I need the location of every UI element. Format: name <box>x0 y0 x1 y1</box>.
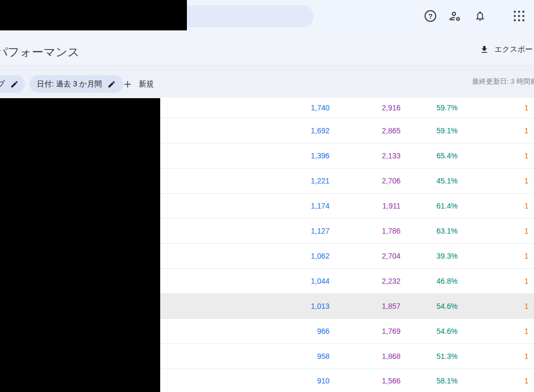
cell-ctr: 59.7% <box>436 103 458 112</box>
cell-clicks: 1,062 <box>311 252 329 260</box>
cell-position: 1 <box>524 227 529 235</box>
export-label: エクスポート <box>494 45 534 54</box>
page-header: パフォーマンス エクスポート <box>0 30 534 66</box>
cell-ctr: 51.3% <box>436 352 458 361</box>
cell-clicks: 966 <box>317 327 329 335</box>
cell-position: 1 <box>524 277 529 285</box>
cell-clicks: 958 <box>317 352 329 361</box>
cell-ctr: 63.1% <box>436 227 458 235</box>
cell-ctr: 54.6% <box>436 302 458 310</box>
cell-position: 1 <box>524 202 529 210</box>
redacted-area-query-column <box>0 98 160 392</box>
help-icon[interactable]: ? <box>424 10 437 22</box>
help-question-glyph: ? <box>425 10 436 22</box>
cell-impressions: 2,704 <box>382 252 400 260</box>
cell-impressions: 1,868 <box>382 352 400 361</box>
cell-ctr: 65.4% <box>436 151 458 160</box>
cell-impressions: 2,706 <box>382 177 400 185</box>
notifications-bell-icon[interactable] <box>474 10 486 22</box>
cell-ctr: 39.3% <box>436 252 458 260</box>
cell-impressions: 2,232 <box>382 277 400 285</box>
cell-position: 1 <box>524 327 529 335</box>
page-title: パフォーマンス <box>0 44 80 60</box>
new-filter-label: 新規 <box>139 79 154 89</box>
cell-clicks: 1,740 <box>311 103 329 112</box>
apps-grid-icon[interactable] <box>513 10 525 22</box>
cell-clicks: 1,127 <box>311 227 329 235</box>
cell-impressions: 2,916 <box>382 103 400 112</box>
cell-position: 1 <box>524 103 529 112</box>
cell-ctr: 46.8% <box>436 277 458 285</box>
edit-pencil-icon[interactable] <box>10 80 19 89</box>
last-updated-text: 最終更新日: 3 時間前 <box>472 66 534 98</box>
download-icon <box>480 45 489 54</box>
cell-position: 1 <box>524 352 529 361</box>
cell-clicks: 1,013 <box>311 302 329 310</box>
plus-icon <box>123 79 132 89</box>
cell-clicks: 1,692 <box>311 126 329 135</box>
cell-clicks: 1,044 <box>311 277 329 285</box>
cell-position: 1 <box>524 302 529 310</box>
cell-position: 1 <box>524 151 529 160</box>
cell-position: 1 <box>524 252 529 260</box>
filter-chip-label: ブ <box>0 79 5 89</box>
cell-impressions: 1,769 <box>382 327 400 335</box>
cell-clicks: 1,174 <box>311 202 329 210</box>
cell-ctr: 61.4% <box>436 202 458 210</box>
cell-ctr: 54.6% <box>436 327 458 335</box>
filter-chip-search-type[interactable]: ブ <box>0 75 25 93</box>
cell-impressions: 1,857 <box>382 302 400 310</box>
cell-clicks: 1,221 <box>311 177 329 185</box>
manage-accounts-icon[interactable] <box>449 10 461 22</box>
cell-position: 1 <box>524 177 529 185</box>
search-console-performance-page: ? パフォーマンス エクスポート ブ <box>0 0 534 392</box>
filter-bar: ブ 日付: 過去 3 か月間 新規 最終更新日: 3 時間前 <box>0 66 534 98</box>
cell-clicks: 910 <box>317 377 329 385</box>
cell-impressions: 2,865 <box>382 126 400 135</box>
filter-chip-date-label: 日付: 過去 3 か月間 <box>37 79 102 89</box>
cell-impressions: 1,911 <box>382 202 400 210</box>
new-filter-button[interactable]: 新規 <box>123 75 154 93</box>
cell-clicks: 1,396 <box>311 151 329 160</box>
cell-impressions: 1,786 <box>382 227 400 235</box>
export-button[interactable]: エクスポート <box>480 45 534 54</box>
cell-impressions: 1,566 <box>382 377 400 385</box>
filter-chip-date[interactable]: 日付: 過去 3 か月間 <box>29 75 123 93</box>
cell-ctr: 58.1% <box>436 377 458 385</box>
edit-pencil-icon[interactable] <box>107 80 116 89</box>
cell-position: 1 <box>524 377 529 385</box>
redacted-area-property-selector <box>0 0 187 30</box>
cell-impressions: 2,133 <box>382 151 400 160</box>
cell-position: 1 <box>524 126 529 135</box>
cell-ctr: 59.1% <box>436 126 458 135</box>
cell-ctr: 45.1% <box>436 177 458 185</box>
